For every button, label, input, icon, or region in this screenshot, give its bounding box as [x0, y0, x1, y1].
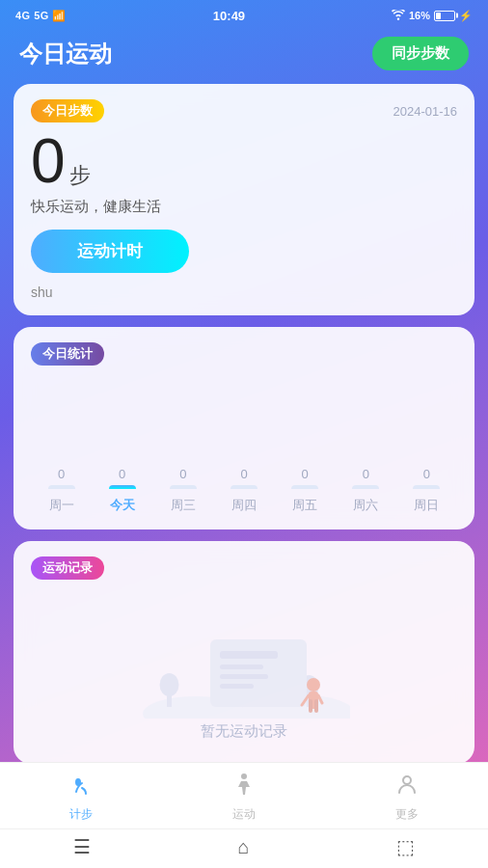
- empty-records-text: 暂无运动记录: [201, 722, 287, 741]
- nav-label-steps: 计步: [69, 806, 93, 823]
- steps-card: 今日步数 2024-01-16 0 步 快乐运动，健康生活 运动计时 shu: [14, 84, 474, 315]
- chart-col: 0: [152, 467, 213, 489]
- chart-bar: [413, 485, 440, 489]
- svg-rect-9: [220, 651, 278, 659]
- svg-rect-15: [309, 699, 312, 713]
- svg-point-3: [160, 673, 179, 696]
- steps-count-row: 0 步: [31, 130, 457, 192]
- svg-rect-16: [314, 699, 318, 713]
- chart-bar: [109, 485, 136, 489]
- steps-card-header: 今日步数 2024-01-16: [31, 99, 457, 122]
- date-display: 2024-01-16: [393, 104, 458, 119]
- chart-bar: [48, 485, 75, 489]
- battery-percent: 16%: [409, 10, 430, 21]
- charging-icon: ⚡: [459, 10, 473, 22]
- steps-number: 0: [31, 130, 66, 192]
- nav-tab-more[interactable]: 更多: [325, 773, 488, 823]
- nav-tab-exercise[interactable]: 运动: [163, 773, 326, 823]
- status-bar: 4G 5G 📶 10:49 16% ⚡: [0, 0, 488, 29]
- chart-bar-wrap: [213, 485, 274, 489]
- chart-bar: [230, 485, 258, 489]
- wifi-icon: [392, 10, 405, 22]
- chart-col: 0: [92, 467, 152, 489]
- bottom-navigation: 计步 运动 更多 ☰ ⌂ ⬚: [0, 762, 488, 868]
- stats-day-label: 周三: [152, 497, 213, 514]
- signal-indicators: 4G 5G 📶: [15, 10, 67, 22]
- empty-illustration: 暂无运动记录: [31, 587, 457, 748]
- chart-bar-wrap: [31, 485, 92, 489]
- steps-icon: [68, 773, 94, 803]
- empty-state-svg: [138, 603, 350, 719]
- steps-unit: 步: [69, 161, 91, 190]
- exercise-timer-button[interactable]: 运动计时: [31, 230, 189, 273]
- records-card: 运动记录: [14, 541, 474, 764]
- nav-tabs: 计步 运动 更多: [0, 763, 488, 828]
- stats-day-label: 今天: [92, 497, 152, 514]
- svg-point-19: [75, 778, 81, 786]
- battery-icon: [434, 11, 455, 21]
- stats-labels: 周一今天周三周四周五周六周日: [31, 497, 457, 514]
- chart-value: 0: [423, 467, 430, 481]
- svg-rect-8: [210, 639, 307, 707]
- stats-day-label: 周一: [31, 497, 92, 514]
- svg-point-20: [403, 776, 411, 784]
- chart-value: 0: [119, 467, 125, 481]
- records-card-header: 运动记录: [31, 556, 457, 580]
- stats-card: 今日统计 0000000 周一今天周三周四周五周六周日: [14, 327, 474, 529]
- chart-bar: [170, 485, 197, 489]
- today-stats-badge: 今日统计: [31, 342, 104, 366]
- chart-bar-wrap: [396, 485, 457, 489]
- chart-bar-wrap: [152, 485, 213, 489]
- svg-rect-12: [220, 684, 254, 689]
- battery-area: 16% ⚡: [392, 10, 473, 22]
- main-content: 今日步数 2024-01-16 0 步 快乐运动，健康生活 运动计时 shu 今…: [0, 84, 488, 764]
- page-title: 今日运动: [19, 39, 112, 69]
- chart-bar: [352, 485, 379, 489]
- home-button[interactable]: ⌂: [237, 836, 249, 858]
- chart-value: 0: [240, 467, 247, 481]
- exercise-icon: [231, 773, 257, 803]
- svg-rect-10: [220, 665, 263, 669]
- stats-card-header: 今日统计: [31, 342, 457, 366]
- more-icon: [394, 773, 420, 803]
- chart-value: 0: [58, 467, 65, 481]
- today-steps-badge: 今日步数: [31, 99, 104, 122]
- nav-tab-steps[interactable]: 计步: [0, 773, 163, 823]
- system-nav-bar: ☰ ⌂ ⬚: [0, 828, 488, 868]
- page-header: 今日运动 同步步数: [0, 29, 488, 84]
- svg-rect-11: [220, 674, 268, 679]
- svg-point-13: [307, 678, 320, 692]
- chart-col: 0: [396, 467, 457, 489]
- exercise-records-badge: 运动记录: [31, 556, 104, 580]
- stats-chart: 0000000: [31, 373, 457, 489]
- nav-label-exercise: 运动: [232, 806, 256, 823]
- extra-text: shu: [31, 285, 457, 300]
- chart-value: 0: [363, 467, 369, 481]
- steps-subtitle: 快乐运动，健康生活: [31, 198, 457, 216]
- stats-day-label: 周日: [396, 497, 457, 514]
- chart-bar-wrap: [275, 485, 336, 489]
- chart-col: 0: [213, 467, 274, 489]
- chart-col: 0: [275, 467, 336, 489]
- chart-col: 0: [31, 467, 92, 489]
- sync-steps-button[interactable]: 同步步数: [372, 37, 469, 70]
- stats-day-label: 周四: [213, 497, 274, 514]
- chart-value: 0: [179, 467, 186, 481]
- time-display: 10:49: [213, 9, 245, 23]
- menu-button[interactable]: ☰: [73, 835, 91, 858]
- stats-day-label: 周五: [275, 497, 336, 514]
- chart-bar-wrap: [336, 485, 396, 489]
- chart-value: 0: [302, 467, 309, 481]
- chart-bar-wrap: [92, 485, 152, 489]
- nav-label-more: 更多: [395, 806, 419, 823]
- chart-col: 0: [336, 467, 396, 489]
- chart-bar: [291, 485, 318, 489]
- back-button[interactable]: ⬚: [396, 835, 415, 858]
- stats-day-label: 周六: [336, 497, 396, 514]
